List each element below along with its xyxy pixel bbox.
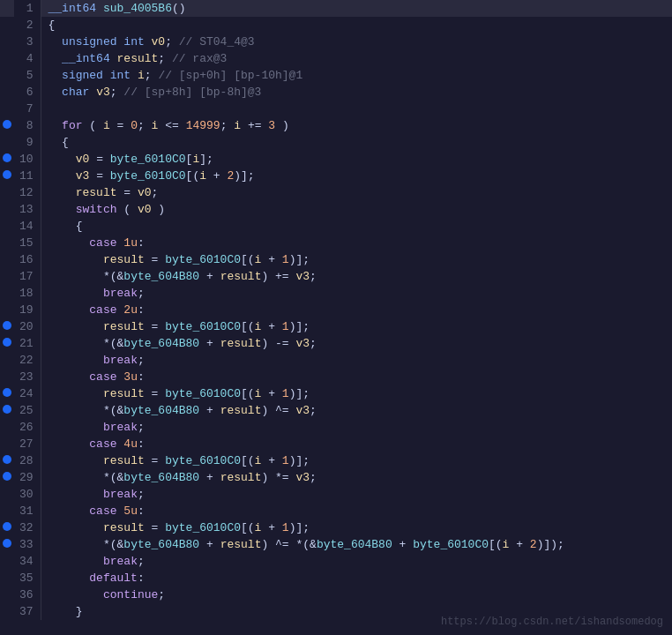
breakpoint-cell[interactable] (0, 402, 14, 419)
breakpoint-dot (3, 321, 11, 330)
breakpoint-cell[interactable] (0, 101, 14, 117)
breakpoint-cell[interactable] (0, 519, 14, 536)
table-row: 11 v3 = byte_6010C0[(i + 2)]; (0, 168, 672, 184)
breakpoint-cell[interactable] (0, 570, 14, 586)
line-number: 16 (14, 251, 41, 268)
code-cell: break; (41, 419, 672, 436)
line-number: 12 (14, 184, 41, 201)
breakpoint-cell[interactable] (0, 536, 14, 553)
breakpoint-cell[interactable] (0, 17, 14, 34)
breakpoint-cell[interactable] (0, 184, 14, 201)
breakpoint-cell[interactable] (0, 469, 14, 486)
breakpoint-cell[interactable] (0, 218, 14, 235)
table-row: 6 char v3; // [sp+8h] [bp-8h]@3 (0, 84, 672, 101)
breakpoint-cell[interactable] (0, 235, 14, 251)
table-row: 23 case 3u: (0, 369, 672, 385)
breakpoint-dot (3, 120, 11, 129)
line-number: 1 (14, 0, 41, 17)
breakpoint-cell[interactable] (0, 385, 14, 402)
table-row: 10 v0 = byte_6010C0[i]; (0, 151, 672, 168)
breakpoint-cell[interactable] (0, 134, 14, 151)
table-row: 17 *(&byte_604B80 + result) += v3; (0, 268, 672, 285)
table-row: 9 { (0, 134, 672, 151)
breakpoint-cell[interactable] (0, 168, 14, 184)
breakpoint-cell[interactable] (0, 436, 14, 452)
breakpoint-dot (3, 455, 11, 464)
table-row: 25 *(&byte_604B80 + result) ^= v3; (0, 402, 672, 419)
code-cell: __int64 sub_4005B6() (41, 0, 672, 17)
line-number: 30 (14, 486, 41, 503)
line-number: 3 (14, 34, 41, 50)
breakpoint-cell[interactable] (0, 84, 14, 101)
code-cell: *(&byte_604B80 + result) ^= v3; (41, 402, 672, 419)
line-number: 2 (14, 17, 41, 34)
breakpoint-cell[interactable] (0, 67, 14, 84)
table-row: 12 result = v0; (0, 184, 672, 201)
table-row: 7 (0, 101, 672, 117)
breakpoint-cell[interactable] (0, 151, 14, 168)
breakpoint-cell[interactable] (0, 201, 14, 218)
breakpoint-dot (3, 170, 11, 179)
table-row: 31 case 5u: (0, 503, 672, 519)
code-cell: char v3; // [sp+8h] [bp-8h]@3 (41, 84, 672, 101)
line-number: 13 (14, 201, 41, 218)
line-number: 31 (14, 503, 41, 519)
table-row: 16 result = byte_6010C0[(i + 1)]; (0, 251, 672, 268)
code-cell: unsigned int v0; // ST04_4@3 (41, 34, 672, 50)
breakpoint-cell[interactable] (0, 553, 14, 570)
code-cell: result = byte_6010C0[(i + 1)]; (41, 318, 672, 335)
breakpoint-cell[interactable] (0, 50, 14, 67)
code-cell: break; (41, 486, 672, 503)
line-number: 28 (14, 452, 41, 469)
table-row: 14 { (0, 218, 672, 235)
breakpoint-dot (3, 472, 11, 481)
line-number: 5 (14, 67, 41, 84)
breakpoint-cell[interactable] (0, 335, 14, 352)
code-cell: __int64 result; // rax@3 (41, 50, 672, 67)
breakpoint-cell[interactable] (0, 285, 14, 302)
breakpoint-cell[interactable] (0, 34, 14, 50)
breakpoint-cell[interactable] (0, 318, 14, 335)
table-row: 21 *(&byte_604B80 + result) -= v3; (0, 335, 672, 352)
code-cell: signed int i; // [sp+0h] [bp-10h]@1 (41, 67, 672, 84)
table-row: 36 continue; (0, 586, 672, 603)
breakpoint-cell[interactable] (0, 0, 14, 17)
line-number: 22 (14, 352, 41, 369)
line-number: 14 (14, 218, 41, 235)
breakpoint-cell[interactable] (0, 486, 14, 503)
line-number: 10 (14, 151, 41, 168)
code-cell: *(&byte_604B80 + result) *= v3; (41, 469, 672, 486)
line-number: 25 (14, 402, 41, 419)
code-cell: case 4u: (41, 436, 672, 452)
breakpoint-cell[interactable] (0, 503, 14, 519)
line-number: 33 (14, 536, 41, 553)
table-row: 30 break; (0, 486, 672, 503)
breakpoint-cell[interactable] (0, 586, 14, 603)
breakpoint-cell[interactable] (0, 117, 14, 134)
table-row: 3 unsigned int v0; // ST04_4@3 (0, 34, 672, 50)
line-number: 4 (14, 50, 41, 67)
breakpoint-cell[interactable] (0, 452, 14, 469)
line-number: 18 (14, 285, 41, 302)
line-number: 11 (14, 168, 41, 184)
code-cell: result = byte_6010C0[(i + 1)]; (41, 385, 672, 402)
breakpoint-cell[interactable] (0, 251, 14, 268)
breakpoint-cell[interactable] (0, 369, 14, 385)
table-row: 29 *(&byte_604B80 + result) *= v3; (0, 469, 672, 486)
table-row: 15 case 1u: (0, 235, 672, 251)
breakpoint-cell[interactable] (0, 302, 14, 318)
code-cell: result = v0; (41, 184, 672, 201)
breakpoint-cell[interactable] (0, 603, 14, 620)
breakpoint-cell[interactable] (0, 352, 14, 369)
table-row: 28 result = byte_6010C0[(i + 1)]; (0, 452, 672, 469)
table-row: 33 *(&byte_604B80 + result) ^= *(&byte_6… (0, 536, 672, 553)
breakpoint-cell[interactable] (0, 419, 14, 436)
table-row: 26 break; (0, 419, 672, 436)
code-cell: *(&byte_604B80 + result) += v3; (41, 268, 672, 285)
code-cell: for ( i = 0; i <= 14999; i += 3 ) (41, 117, 672, 134)
breakpoint-cell[interactable] (0, 268, 14, 285)
code-table: 1__int64 sub_4005B6()2{3 unsigned int v0… (0, 0, 672, 620)
code-cell: default: (41, 570, 672, 586)
table-row: 27 case 4u: (0, 436, 672, 452)
line-number: 24 (14, 385, 41, 402)
